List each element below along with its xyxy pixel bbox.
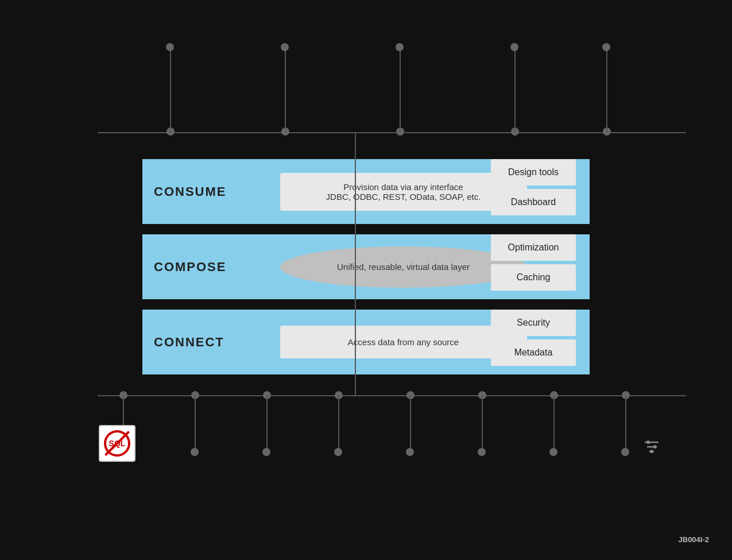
security-button[interactable]: Security [491,310,576,336]
consume-label: CONSUME [154,184,228,199]
compose-content-oval: Unified, reusable, virtual data layer [280,246,527,288]
reference-number: JB004I-2 [679,535,709,544]
dashboard-button[interactable]: Dashboard [491,189,576,215]
connect-content-box: Access data from any source [280,326,527,358]
consume-content-box: Provision data via any interface JDBC, O… [280,173,527,211]
metadata-button[interactable]: Metadata [491,339,576,366]
svg-point-3 [646,441,650,444]
svg-point-4 [653,445,657,449]
connect-content-line1: Access data from any source [297,337,510,347]
compose-content-line1: Unified, reusable, virtual data layer [337,262,470,272]
design-tools-button[interactable]: Design tools [491,159,576,186]
consume-content-line1: Provision data via any interface [297,182,510,192]
sql-icon-box: SQL [99,425,135,462]
compose-label: COMPOSE [154,260,228,275]
consume-content-line2: JDBC, ODBC, REST, OData, SOAP, etc. [297,192,510,202]
filter-icon [640,435,663,458]
svg-point-5 [650,450,653,453]
caching-button[interactable]: Caching [491,264,576,291]
connect-label: CONNECT [154,335,228,350]
optimization-button[interactable]: Optimization [491,234,576,261]
sql-text: SQL [109,439,126,448]
